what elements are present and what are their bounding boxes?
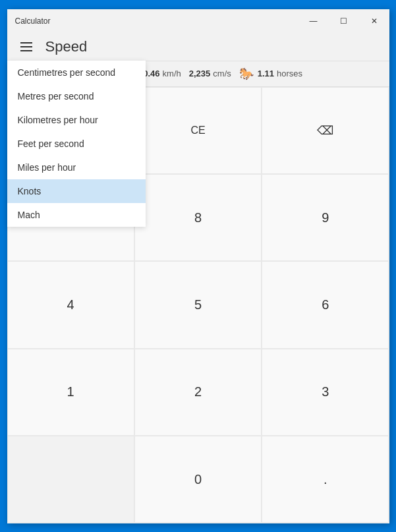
backspace-icon: ⌫ <box>317 123 333 138</box>
hamburger-line <box>20 46 32 47</box>
btn-5[interactable]: 5 <box>134 261 262 348</box>
btn-1[interactable]: 1 <box>7 349 134 436</box>
dropdown-item-mph[interactable]: Miles per hour <box>7 156 146 179</box>
horse-icon: 🐎 <box>239 67 254 81</box>
btn-3[interactable]: 3 <box>262 349 389 436</box>
conv-unit-5: horses <box>277 69 302 78</box>
page-title: Speed <box>45 38 88 55</box>
btn-backspace[interactable]: ⌫ <box>262 87 389 174</box>
dropdown-item-kmh[interactable]: Kilometres per hour <box>7 108 146 132</box>
window-controls: — ☐ ✕ <box>298 9 389 33</box>
app-header: Speed <box>7 33 389 61</box>
title-bar: Calculator — ☐ ✕ <box>7 9 389 33</box>
maximize-button[interactable]: ☐ <box>329 9 359 33</box>
btn-empty-bottom-left <box>7 436 134 523</box>
minimize-button[interactable]: — <box>298 9 329 33</box>
close-button[interactable]: ✕ <box>359 9 389 33</box>
hamburger-line <box>20 42 32 44</box>
conv-value-5: 1.11 <box>258 69 274 78</box>
btn-0[interactable]: 0 <box>134 436 262 523</box>
conv-unit-4: cm/s <box>213 69 231 78</box>
dropdown-item-cms[interactable]: Centimetres per second <box>7 61 146 84</box>
btn-6[interactable]: 6 <box>262 261 389 348</box>
conv-unit-3: km/h <box>163 69 181 78</box>
conv-value-4: 2,235 <box>189 69 211 78</box>
btn-4[interactable]: 4 <box>7 261 134 348</box>
btn-decimal[interactable]: . <box>262 436 389 523</box>
calculator-window: Calculator — ☐ ✕ Speed Centimetres per s… <box>7 9 389 523</box>
dropdown-item-fps[interactable]: Feet per second <box>7 132 146 156</box>
hamburger-line <box>20 50 32 51</box>
btn-ce[interactable]: CE <box>134 87 262 174</box>
btn-8[interactable]: 8 <box>134 174 262 261</box>
app-title: Calculator <box>15 16 51 26</box>
dropdown-menu: Centimetres per second Metres per second… <box>7 61 146 227</box>
btn-2[interactable]: 2 <box>134 349 262 436</box>
btn-9[interactable]: 9 <box>262 174 389 261</box>
dropdown-item-mach[interactable]: Mach <box>7 203 146 227</box>
menu-button[interactable] <box>18 40 35 54</box>
dropdown-item-ms[interactable]: Metres per second <box>7 84 146 108</box>
dropdown-item-knots[interactable]: Knots <box>7 179 146 203</box>
